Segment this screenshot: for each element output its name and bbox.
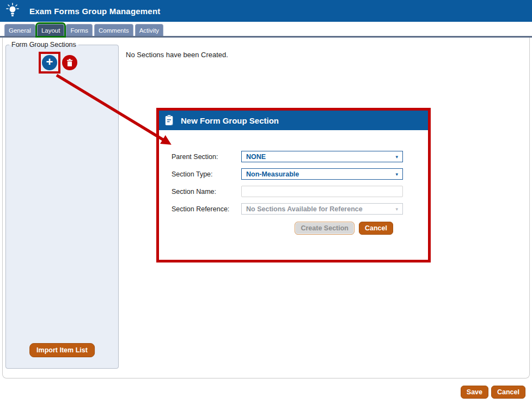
section-type-label: Section Type: — [172, 170, 241, 178]
tab-forms[interactable]: Forms — [66, 24, 93, 36]
create-section-button[interactable]: Create Section — [295, 222, 354, 235]
section-name-label: Section Name: — [172, 188, 241, 196]
modal-actions: Create Section Cancel — [172, 222, 403, 235]
annotation-highlight-box: + — [39, 52, 60, 74]
add-section-button[interactable]: + — [42, 55, 57, 70]
cancel-button[interactable]: Cancel — [491, 386, 525, 399]
modal-header: New Form Group Section — [159, 111, 428, 130]
section-type-value: Non-Measurable — [246, 170, 299, 178]
panel-legend: Form Group Sections — [9, 41, 78, 48]
lightbulb-icon — [5, 3, 20, 19]
parent-section-value: NONE — [246, 153, 266, 161]
tab-layout[interactable]: Layout — [37, 24, 65, 36]
notepad-icon — [164, 114, 174, 126]
trash-icon — [66, 58, 74, 67]
modal-cancel-button[interactable]: Cancel — [359, 222, 393, 235]
import-item-list-button[interactable]: Import Item List — [29, 343, 95, 357]
tab-activity[interactable]: Activity — [135, 24, 163, 36]
section-type-dropdown[interactable]: Non-Measurable ▾ — [241, 168, 403, 180]
new-section-modal: New Form Group Section Parent Section: N… — [156, 108, 431, 262]
modal-body: Parent Section: NONE ▾ Section Type: Non… — [159, 130, 428, 235]
section-reference-row: Section Reference: No Sections Available… — [172, 203, 428, 215]
parent-section-dropdown[interactable]: NONE ▾ — [241, 151, 403, 162]
empty-state-message: No Sections have been Created. — [126, 51, 228, 59]
chevron-down-icon: ▾ — [395, 154, 398, 160]
save-button[interactable]: Save — [461, 386, 488, 399]
chevron-down-icon: ▾ — [395, 172, 398, 177]
section-toolbar: + — [39, 52, 118, 74]
tab-general[interactable]: General — [4, 24, 35, 36]
section-reference-value: No Sections Available for Reference — [246, 205, 363, 213]
app-header: Exam Forms Group Management — [0, 0, 532, 22]
page-title: Exam Forms Group Management — [29, 7, 160, 16]
section-name-row: Section Name: — [172, 186, 428, 197]
plus-icon: + — [46, 56, 53, 68]
section-name-input[interactable] — [241, 186, 403, 197]
modal-title: New Form Group Section — [181, 116, 279, 125]
chevron-down-icon: ▾ — [395, 206, 398, 212]
tab-comments[interactable]: Comments — [94, 24, 133, 36]
parent-section-row: Parent Section: NONE ▾ — [172, 151, 428, 162]
parent-section-label: Parent Section: — [172, 153, 241, 161]
form-group-sections-panel: Form Group Sections + Import Item List — [5, 41, 119, 369]
section-type-row: Section Type: Non-Measurable ▾ — [172, 168, 428, 180]
footer-actions: Save Cancel — [461, 386, 525, 399]
delete-section-button[interactable] — [62, 55, 77, 70]
section-reference-label: Section Reference: — [172, 205, 241, 213]
tab-bar: General Layout Forms Comments Activity — [0, 22, 532, 38]
section-reference-dropdown[interactable]: No Sections Available for Reference ▾ — [241, 203, 403, 215]
